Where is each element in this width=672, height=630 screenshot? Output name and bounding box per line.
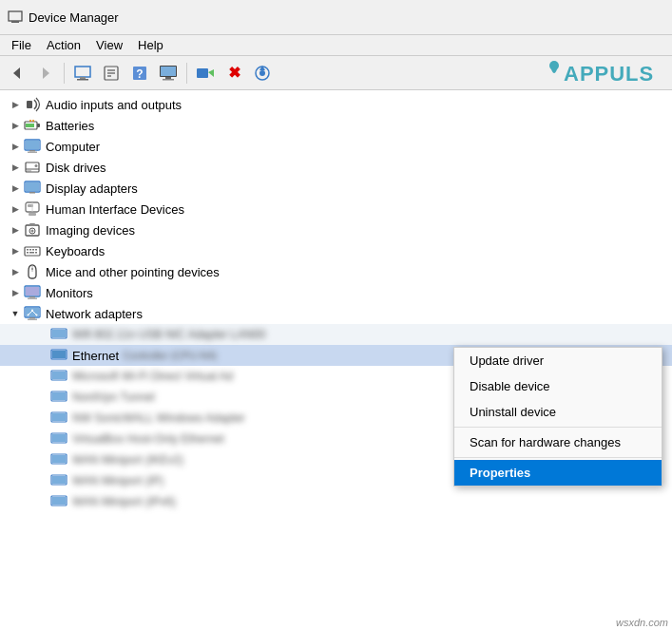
svg-rect-51	[29, 249, 31, 251]
label-audio: Audio inputs and outputs	[46, 98, 182, 112]
svg-marker-3	[43, 67, 49, 79]
title-bar-title: Device Manager	[29, 10, 119, 25]
svg-rect-0	[9, 11, 22, 21]
svg-rect-79	[52, 392, 66, 400]
device-hid[interactable]: ▶ Human Interface Devices	[0, 199, 672, 220]
svg-rect-87	[52, 476, 66, 484]
label-hid: Human Interface Devices	[46, 202, 184, 217]
svg-rect-77	[52, 372, 66, 379]
device-computer[interactable]: ▶ Computer	[0, 136, 672, 157]
svg-rect-5	[80, 77, 86, 79]
svg-rect-40	[29, 192, 35, 194]
svg-point-36	[35, 164, 38, 167]
icon-imaging	[23, 220, 42, 239]
icon-display	[23, 179, 42, 198]
ctx-properties[interactable]: Properties	[454, 460, 662, 486]
device-batteries[interactable]: ▶ Batteries	[0, 115, 672, 136]
svg-rect-53	[35, 249, 37, 251]
device-display[interactable]: ▶ Display adapters	[0, 178, 672, 199]
svg-rect-46	[29, 223, 35, 226]
svg-rect-39	[26, 182, 39, 191]
label-disk: Disk drives	[46, 161, 106, 175]
svg-rect-14	[161, 67, 176, 76]
expand-audio[interactable]: ▶	[8, 97, 23, 112]
device-audio[interactable]: ▶ Audio inputs and outputs	[0, 94, 672, 115]
label-net-sub5: VirtualBox Host-Only Ethernet	[72, 432, 224, 446]
svg-marker-2	[13, 67, 20, 79]
icon-net-sub1	[49, 325, 68, 344]
svg-marker-18	[208, 69, 214, 77]
expand-keyboards[interactable]: ▶	[8, 243, 23, 258]
expand-disk[interactable]: ▶	[8, 160, 23, 175]
icon-net-sub7	[49, 471, 68, 490]
label-ethernet-blurred: Controller (CPU-N4)	[123, 350, 217, 361]
forward-button[interactable]	[32, 60, 59, 86]
svg-rect-52	[32, 249, 34, 251]
svg-point-71	[36, 315, 38, 316]
main-content: ▶ Audio inputs and outputs ▶	[0, 90, 672, 630]
svg-rect-15	[165, 77, 171, 79]
svg-rect-4	[75, 67, 90, 77]
label-monitors: Monitors	[46, 286, 93, 300]
ctx-scan-changes[interactable]: Scan for hardware changes	[454, 430, 662, 455]
svg-rect-75	[52, 351, 66, 358]
device-monitors[interactable]: ▶ Monitors	[0, 282, 672, 303]
svg-rect-60	[26, 287, 39, 296]
svg-rect-65	[29, 317, 35, 319]
menu-view[interactable]: View	[88, 36, 130, 54]
toolbar-monitor[interactable]	[155, 60, 182, 86]
menu-file[interactable]: File	[4, 36, 39, 54]
context-menu: Update driver Disable device Uninstall d…	[453, 347, 662, 487]
menu-action[interactable]: Action	[39, 36, 88, 54]
expand-imaging[interactable]: ▶	[8, 222, 23, 238]
svg-rect-16	[163, 79, 174, 81]
device-keyboards[interactable]: ▶ Keyboards	[0, 240, 672, 261]
expand-mice[interactable]: ▶	[8, 264, 23, 279]
device-imaging[interactable]: ▶ Imaging devices	[0, 220, 672, 240]
svg-rect-56	[35, 252, 37, 254]
label-net-sub3: NordVpn Tunnel	[72, 391, 155, 404]
svg-rect-81	[52, 413, 66, 421]
menu-help[interactable]: Help	[130, 36, 171, 54]
toolbar-connect[interactable]	[192, 60, 219, 86]
expand-monitors[interactable]: ▶	[8, 285, 23, 300]
svg-rect-73	[52, 330, 66, 337]
title-bar-icon	[8, 10, 23, 25]
toolbar-properties[interactable]	[98, 60, 125, 86]
svg-rect-6	[77, 79, 88, 81]
back-button[interactable]	[4, 60, 30, 86]
expand-display[interactable]: ▶	[8, 181, 23, 196]
ctx-update-driver[interactable]: Update driver	[454, 348, 662, 373]
device-mice[interactable]: ▶ Mice and other pointing devices	[0, 261, 672, 282]
label-net-sub6: WAN Miniport (IKEv2)	[72, 453, 183, 467]
ctx-disable-device[interactable]: Disable device	[454, 373, 662, 399]
label-net-sub1: Wifi 802.11n USB NIC Adapter LAN00	[72, 328, 265, 341]
expand-batteries[interactable]: ▶	[8, 118, 23, 133]
toolbar-help[interactable]: ?	[126, 60, 153, 86]
svg-rect-83	[52, 434, 66, 442]
expand-hid[interactable]: ▶	[8, 201, 23, 217]
toolbar-device-manager[interactable]	[69, 60, 96, 86]
network-subitem-1[interactable]: Wifi 802.11n USB NIC Adapter LAN00	[0, 324, 672, 345]
svg-rect-89	[52, 497, 66, 505]
ctx-uninstall-device[interactable]: Uninstall device	[454, 399, 662, 425]
device-disk-drives[interactable]: ▶ Disk drives	[0, 157, 672, 178]
label-network: Network adapters	[46, 307, 143, 321]
expand-network[interactable]: ▼	[8, 306, 23, 321]
svg-rect-54	[27, 252, 29, 254]
svg-rect-44	[29, 213, 36, 216]
svg-rect-49	[25, 247, 40, 256]
toolbar-scan[interactable]	[249, 60, 276, 86]
device-network[interactable]: ▼ Network adapters	[0, 303, 672, 324]
label-net-sub7: WAN Miniport (IP)	[72, 474, 163, 487]
expand-computer[interactable]: ▶	[8, 139, 23, 154]
svg-rect-31	[26, 141, 39, 149]
svg-rect-32	[29, 150, 35, 152]
title-bar: Device Manager	[0, 0, 672, 35]
toolbar-uninstall[interactable]: ✖	[221, 60, 247, 86]
svg-point-69	[31, 310, 33, 312]
svg-rect-55	[29, 252, 34, 254]
label-display: Display adapters	[46, 181, 138, 196]
wsxdn-brand: wsxdn.com	[616, 617, 668, 628]
network-subitem-8[interactable]: WAN Miniport (IPv6)	[0, 491, 672, 512]
